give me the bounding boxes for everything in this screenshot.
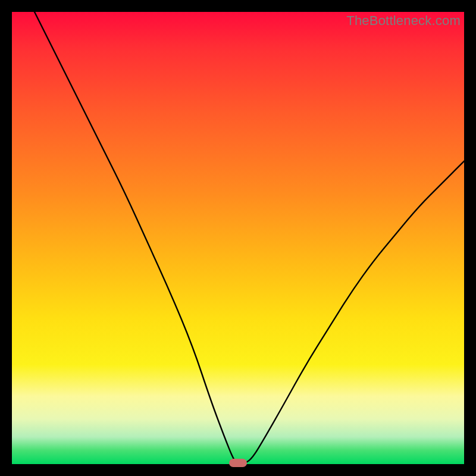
plot-area: TheBottleneck.com: [12, 12, 464, 464]
minimum-marker: [229, 459, 247, 467]
chart-frame: TheBottleneck.com: [0, 0, 476, 476]
bottleneck-curve: [12, 12, 464, 464]
